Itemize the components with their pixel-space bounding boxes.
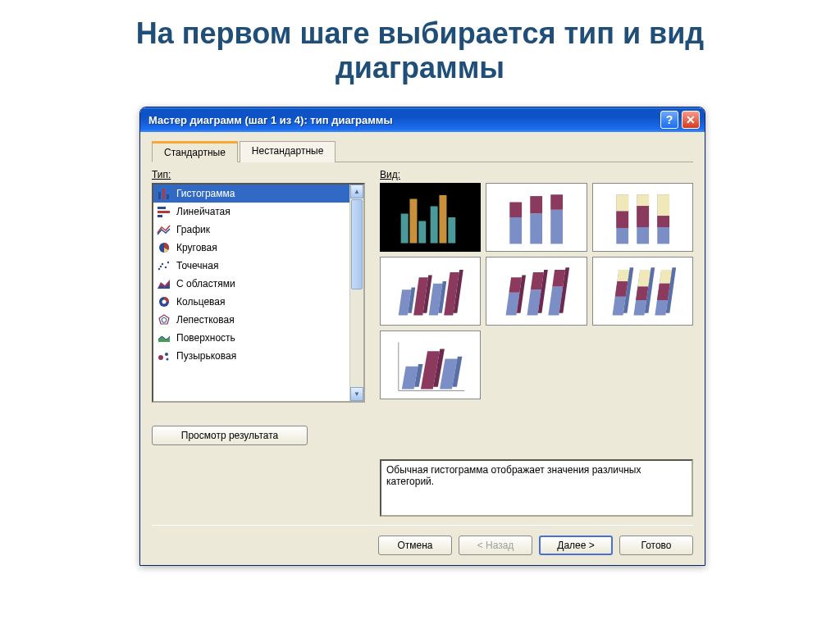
subtype-description: Обычная гистограмма отображает значения … (380, 459, 693, 517)
scroll-down-icon[interactable]: ▼ (350, 387, 363, 401)
finish-button[interactable]: Готово (619, 536, 693, 555)
svg-rect-21 (401, 214, 409, 244)
svg-rect-1 (162, 189, 165, 199)
list-item[interactable]: Поверхность (153, 329, 349, 347)
line-icon (157, 223, 171, 236)
cancel-button[interactable]: Отмена (378, 536, 452, 555)
list-item-label: Линейчатая (176, 206, 231, 217)
chart-subtype[interactable] (486, 183, 587, 252)
svg-rect-23 (418, 221, 426, 244)
chart-subtype[interactable] (592, 257, 693, 326)
svg-rect-60 (617, 270, 629, 281)
type-label: Тип: (152, 169, 365, 180)
svg-point-19 (165, 353, 168, 356)
list-item[interactable]: Пузырьковая (153, 347, 349, 365)
next-button[interactable]: Далее > (539, 536, 613, 555)
svg-rect-28 (510, 203, 523, 218)
bar-icon (157, 205, 171, 218)
svg-rect-0 (158, 192, 161, 199)
svg-rect-5 (158, 215, 162, 217)
svg-point-15 (162, 300, 167, 304)
svg-point-8 (162, 263, 163, 265)
svg-rect-3 (158, 207, 166, 209)
svg-rect-51 (509, 277, 523, 293)
svg-rect-34 (616, 194, 628, 211)
scroll-up-icon[interactable]: ▲ (350, 185, 363, 198)
svg-point-11 (160, 266, 162, 267)
svg-rect-38 (637, 206, 649, 227)
chart-subtype[interactable] (592, 183, 693, 252)
back-button: < Назад (459, 536, 532, 555)
list-item[interactable]: График (153, 221, 349, 239)
svg-point-9 (165, 267, 167, 268)
svg-rect-68 (659, 270, 671, 284)
titlebar: Мастер диаграмм (шаг 1 из 4): тип диагра… (140, 107, 705, 132)
svg-rect-32 (551, 194, 564, 210)
tab-strip: Стандартные Нестандартные (152, 140, 693, 162)
radar-icon (157, 313, 171, 326)
list-item[interactable]: С областями (153, 275, 349, 293)
list-item-label: Пузырьковая (176, 350, 236, 362)
list-item[interactable]: Точечная (153, 257, 349, 275)
list-item[interactable]: Круговая (153, 239, 349, 257)
svg-rect-2 (167, 194, 169, 199)
list-item[interactable]: Линейчатая (153, 203, 349, 221)
svg-rect-26 (448, 217, 455, 244)
svg-rect-27 (510, 217, 523, 244)
list-item[interactable]: Гистограмма (153, 185, 349, 203)
svg-rect-4 (158, 211, 170, 213)
svg-rect-22 (409, 199, 417, 244)
window-title: Мастер диаграмм (шаг 1 из 4): тип диагра… (148, 114, 660, 126)
chart-subtype[interactable] (380, 183, 481, 252)
list-item[interactable]: Лепестковая (153, 311, 349, 329)
chart-subtype[interactable] (380, 257, 481, 326)
chart-subtype[interactable] (380, 330, 481, 399)
svg-rect-40 (657, 194, 669, 216)
svg-rect-24 (431, 207, 438, 244)
area-icon (157, 277, 171, 290)
histogram-icon (157, 187, 171, 200)
bubble-icon (157, 349, 171, 362)
svg-point-7 (158, 268, 160, 270)
dialog-window: Мастер диаграмм (шаг 1 из 4): тип диагра… (139, 107, 705, 566)
svg-rect-30 (531, 196, 543, 213)
chart-subtype[interactable] (486, 257, 587, 326)
doughnut-icon (157, 295, 171, 308)
svg-marker-17 (162, 317, 167, 322)
list-item-label: Кольцевая (176, 296, 225, 308)
tab-nonstandard[interactable]: Нестандартные (240, 141, 336, 162)
list-item[interactable]: Кольцевая (153, 293, 349, 311)
svg-point-10 (167, 262, 169, 263)
scatter-icon (157, 259, 171, 272)
scroll-track[interactable] (350, 290, 363, 387)
svg-rect-29 (531, 213, 543, 244)
svg-point-18 (158, 355, 163, 360)
list-item-label: Лепестковая (176, 314, 235, 326)
list-item-label: Круговая (176, 242, 217, 253)
svg-rect-25 (439, 195, 446, 244)
view-label: Вид: (380, 169, 693, 180)
svg-point-20 (167, 358, 169, 361)
type-listbox[interactable]: Гистограмма Линейчатая Гра (152, 183, 365, 403)
preview-button[interactable]: Просмотр результата (152, 426, 308, 445)
pie-icon (157, 241, 171, 254)
tab-standard[interactable]: Стандартные (152, 141, 238, 162)
list-item-label: Поверхность (176, 332, 235, 344)
chart-subtype-grid (380, 183, 693, 326)
list-item-label: График (176, 224, 210, 235)
svg-rect-37 (637, 194, 649, 206)
listbox-scrollbar[interactable]: ▲ ▼ (349, 185, 363, 401)
svg-rect-31 (551, 210, 564, 244)
list-item-label: Гистограмма (176, 188, 235, 199)
dialog-footer: Отмена < Назад Далее > Готово (152, 525, 693, 555)
help-button[interactable]: ? (660, 111, 678, 129)
surface-icon (157, 331, 171, 344)
svg-rect-65 (636, 286, 648, 300)
scroll-thumb[interactable] (351, 199, 363, 289)
list-item-label: С областями (176, 278, 235, 289)
svg-rect-35 (616, 212, 628, 228)
close-button[interactable]: ✕ (682, 111, 700, 129)
svg-rect-41 (657, 216, 669, 227)
list-item-label: Точечная (176, 260, 218, 271)
svg-rect-61 (614, 281, 628, 297)
